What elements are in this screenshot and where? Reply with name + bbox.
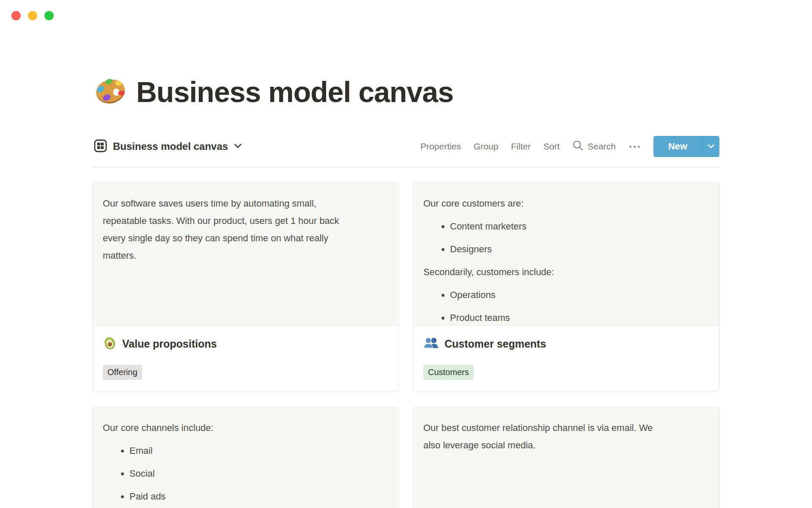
search-icon xyxy=(572,140,584,153)
card-paragraph: Our core customers are: xyxy=(423,195,709,212)
gallery-view-icon xyxy=(94,139,107,154)
minimize-window-button[interactable] xyxy=(28,11,37,20)
chevron-down-icon xyxy=(234,143,242,150)
new-button[interactable]: New xyxy=(653,136,719,157)
card-title: Value propositions xyxy=(122,338,217,350)
properties-button[interactable]: Properties xyxy=(420,141,461,152)
view-bar: Business model canvas Properties Group F… xyxy=(94,135,719,157)
card-channels[interactable]: Our core channels include:EmailSocialPai… xyxy=(92,407,399,508)
card-paragraph: Our best customer relationship channel i… xyxy=(423,419,709,454)
card-preview: Our core channels include:EmailSocialPai… xyxy=(93,407,398,508)
card-bullet-item: Email xyxy=(129,442,388,459)
card-footer: Customer segments Customers xyxy=(413,326,719,380)
card-bullet-list: OperationsProduct teams xyxy=(423,286,709,326)
view-name: Business model canvas xyxy=(113,141,228,152)
page-header: Business model canvas xyxy=(94,75,453,108)
card-tag-customers: Customers xyxy=(423,365,474,380)
page-title[interactable]: Business model canvas xyxy=(136,75,453,108)
card-paragraph: Secondarily, customers include: xyxy=(423,263,709,281)
card-preview: Our core customers are:Content marketers… xyxy=(413,183,719,326)
card-customer-segments[interactable]: Our core customers are:Content marketers… xyxy=(413,182,719,392)
avocado-emoji xyxy=(103,336,117,352)
window-controls xyxy=(11,11,54,20)
close-window-button[interactable] xyxy=(11,11,21,20)
card-preview: Our software saves users time by automat… xyxy=(93,183,398,326)
card-bullet-list: Content marketersDesigners xyxy=(423,218,709,258)
card-paragraph: Our core channels include: xyxy=(103,419,388,436)
view-switcher[interactable]: Business model canvas xyxy=(94,139,242,154)
card-title: Customer segments xyxy=(444,338,546,350)
gallery-grid: Our software saves users time by automat… xyxy=(92,182,719,508)
toolbar: Properties Group Filter Sort Search New xyxy=(420,136,719,157)
card-preview: Our best customer relationship channel i… xyxy=(413,407,719,508)
card-value-propositions[interactable]: Our software saves users time by automat… xyxy=(92,182,399,392)
card-customer-relationships[interactable]: Our best customer relationship channel i… xyxy=(413,407,719,508)
card-tag-offering: Offering xyxy=(103,365,142,380)
card-bullet-item: Paid ads xyxy=(129,488,388,505)
more-options-button[interactable] xyxy=(628,144,641,149)
zoom-window-button[interactable] xyxy=(44,11,54,20)
sort-button[interactable]: Sort xyxy=(543,141,560,152)
card-bullet-item: Operations xyxy=(450,286,709,304)
card-paragraph: Our software saves users time by automat… xyxy=(103,195,388,264)
card-bullet-item: Content marketers xyxy=(450,218,709,235)
busts-in-silhouette-emoji xyxy=(423,336,439,352)
group-button[interactable]: Group xyxy=(474,141,498,152)
new-button-dropdown[interactable] xyxy=(702,136,719,157)
card-bullet-item: Product teams xyxy=(450,309,709,326)
card-bullet-list: EmailSocialPaid ads xyxy=(103,442,388,505)
card-footer: Value propositions Offering xyxy=(93,326,398,380)
new-button-label[interactable]: New xyxy=(653,136,702,157)
filter-button[interactable]: Filter xyxy=(511,141,531,152)
artist-palette-emoji[interactable] xyxy=(94,76,127,108)
search-button[interactable]: Search xyxy=(572,140,616,153)
chevron-down-icon xyxy=(708,144,715,149)
card-bullet-item: Social xyxy=(129,465,388,482)
search-label: Search xyxy=(587,141,616,152)
ellipsis-icon xyxy=(629,146,631,148)
card-bullet-item: Designers xyxy=(450,240,709,258)
toolbar-divider xyxy=(93,167,720,168)
